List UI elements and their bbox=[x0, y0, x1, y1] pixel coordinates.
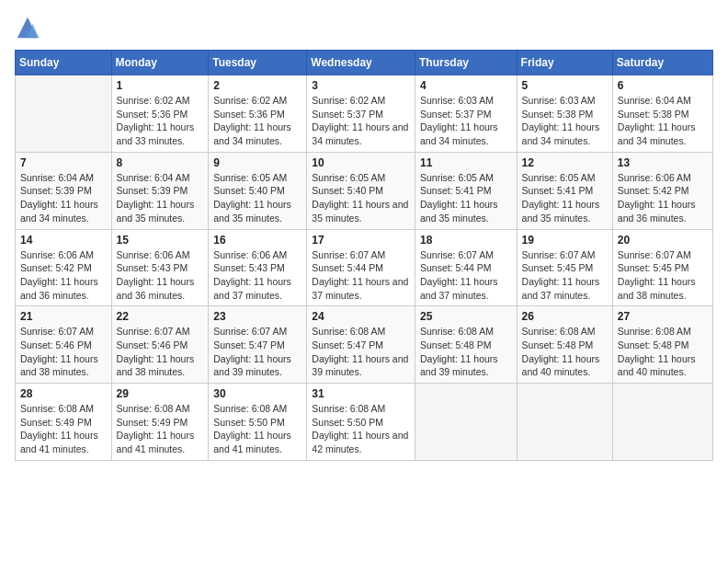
day-info: Sunrise: 6:07 AMSunset: 5:44 PMDaylight:… bbox=[420, 248, 512, 303]
calendar-cell bbox=[415, 384, 517, 461]
day-number: 8 bbox=[117, 156, 204, 169]
calendar-cell: 4 Sunrise: 6:03 AMSunset: 5:37 PMDayligh… bbox=[415, 75, 517, 153]
calendar-cell: 26 Sunrise: 6:08 AMSunset: 5:48 PMDaylig… bbox=[517, 306, 612, 384]
day-number: 21 bbox=[20, 310, 107, 323]
day-number: 16 bbox=[213, 234, 301, 247]
calendar-cell: 3 Sunrise: 6:02 AMSunset: 5:37 PMDayligh… bbox=[307, 75, 415, 153]
calendar-header-row: SundayMondayTuesdayWednesdayThursdayFrid… bbox=[16, 51, 713, 75]
day-info: Sunrise: 6:08 AMSunset: 5:48 PMDaylight:… bbox=[618, 325, 708, 379]
calendar-cell: 27 Sunrise: 6:08 AMSunset: 5:48 PMDaylig… bbox=[612, 306, 712, 384]
day-info: Sunrise: 6:08 AMSunset: 5:50 PMDaylight:… bbox=[213, 402, 301, 456]
day-info: Sunrise: 6:08 AMSunset: 5:47 PMDaylight:… bbox=[312, 325, 410, 379]
calendar-cell: 21 Sunrise: 6:07 AMSunset: 5:46 PMDaylig… bbox=[16, 306, 112, 384]
calendar-cell: 5 Sunrise: 6:03 AMSunset: 5:38 PMDayligh… bbox=[517, 75, 612, 153]
calendar-cell bbox=[517, 384, 612, 461]
day-number: 22 bbox=[117, 310, 204, 323]
calendar-cell: 30 Sunrise: 6:08 AMSunset: 5:50 PMDaylig… bbox=[209, 384, 307, 461]
day-of-week-header: Sunday bbox=[16, 51, 112, 75]
calendar-cell: 14 Sunrise: 6:06 AMSunset: 5:42 PMDaylig… bbox=[16, 229, 112, 306]
calendar-cell: 16 Sunrise: 6:06 AMSunset: 5:43 PMDaylig… bbox=[209, 229, 307, 306]
calendar-cell: 22 Sunrise: 6:07 AMSunset: 5:46 PMDaylig… bbox=[111, 306, 209, 384]
day-info: Sunrise: 6:02 AMSunset: 5:37 PMDaylight:… bbox=[312, 94, 410, 148]
day-number: 4 bbox=[420, 79, 512, 92]
day-info: Sunrise: 6:03 AMSunset: 5:37 PMDaylight:… bbox=[420, 94, 512, 148]
day-of-week-header: Saturday bbox=[612, 51, 712, 75]
calendar-cell: 24 Sunrise: 6:08 AMSunset: 5:47 PMDaylig… bbox=[307, 306, 415, 384]
calendar-cell: 17 Sunrise: 6:07 AMSunset: 5:44 PMDaylig… bbox=[307, 229, 415, 306]
calendar-cell: 1 Sunrise: 6:02 AMSunset: 5:36 PMDayligh… bbox=[111, 75, 209, 153]
calendar-cell bbox=[16, 75, 112, 153]
day-info: Sunrise: 6:05 AMSunset: 5:40 PMDaylight:… bbox=[312, 171, 410, 225]
day-info: Sunrise: 6:08 AMSunset: 5:48 PMDaylight:… bbox=[522, 325, 608, 379]
day-number: 28 bbox=[20, 387, 107, 400]
day-info: Sunrise: 6:07 AMSunset: 5:44 PMDaylight:… bbox=[312, 248, 410, 303]
day-of-week-header: Monday bbox=[111, 51, 209, 75]
day-number: 11 bbox=[420, 156, 512, 169]
day-number: 20 bbox=[618, 234, 708, 247]
day-of-week-header: Thursday bbox=[415, 51, 517, 75]
calendar-cell: 20 Sunrise: 6:07 AMSunset: 5:45 PMDaylig… bbox=[612, 229, 712, 306]
calendar-cell: 29 Sunrise: 6:08 AMSunset: 5:49 PMDaylig… bbox=[111, 384, 209, 461]
day-of-week-header: Friday bbox=[517, 51, 612, 75]
day-of-week-header: Tuesday bbox=[209, 51, 307, 75]
calendar-week-row: 28 Sunrise: 6:08 AMSunset: 5:49 PMDaylig… bbox=[16, 384, 713, 461]
day-number: 13 bbox=[618, 156, 708, 169]
day-info: Sunrise: 6:05 AMSunset: 5:41 PMDaylight:… bbox=[420, 171, 512, 225]
day-of-week-header: Wednesday bbox=[307, 51, 415, 75]
day-number: 23 bbox=[213, 310, 301, 323]
calendar-cell: 23 Sunrise: 6:07 AMSunset: 5:47 PMDaylig… bbox=[209, 306, 307, 384]
day-number: 2 bbox=[213, 79, 301, 92]
day-info: Sunrise: 6:03 AMSunset: 5:38 PMDaylight:… bbox=[522, 94, 608, 148]
day-info: Sunrise: 6:08 AMSunset: 5:49 PMDaylight:… bbox=[20, 402, 107, 456]
day-info: Sunrise: 6:07 AMSunset: 5:46 PMDaylight:… bbox=[20, 325, 107, 379]
day-number: 31 bbox=[312, 387, 410, 400]
calendar-cell: 7 Sunrise: 6:04 AMSunset: 5:39 PMDayligh… bbox=[16, 152, 112, 229]
day-info: Sunrise: 6:06 AMSunset: 5:42 PMDaylight:… bbox=[618, 171, 708, 225]
day-number: 9 bbox=[213, 156, 301, 169]
day-number: 24 bbox=[312, 310, 410, 323]
page-header bbox=[15, 15, 713, 40]
day-info: Sunrise: 6:04 AMSunset: 5:39 PMDaylight:… bbox=[20, 171, 107, 225]
calendar-week-row: 7 Sunrise: 6:04 AMSunset: 5:39 PMDayligh… bbox=[16, 152, 713, 229]
logo bbox=[15, 15, 44, 40]
day-info: Sunrise: 6:08 AMSunset: 5:50 PMDaylight:… bbox=[312, 402, 410, 456]
logo-icon bbox=[15, 15, 40, 40]
calendar-cell: 8 Sunrise: 6:04 AMSunset: 5:39 PMDayligh… bbox=[111, 152, 209, 229]
calendar-cell: 25 Sunrise: 6:08 AMSunset: 5:48 PMDaylig… bbox=[415, 306, 517, 384]
day-info: Sunrise: 6:07 AMSunset: 5:45 PMDaylight:… bbox=[522, 248, 608, 303]
day-info: Sunrise: 6:05 AMSunset: 5:41 PMDaylight:… bbox=[522, 171, 608, 225]
day-number: 25 bbox=[420, 310, 512, 323]
day-info: Sunrise: 6:07 AMSunset: 5:46 PMDaylight:… bbox=[117, 325, 204, 379]
calendar-cell: 2 Sunrise: 6:02 AMSunset: 5:36 PMDayligh… bbox=[209, 75, 307, 153]
calendar-cell: 19 Sunrise: 6:07 AMSunset: 5:45 PMDaylig… bbox=[517, 229, 612, 306]
calendar-week-row: 14 Sunrise: 6:06 AMSunset: 5:42 PMDaylig… bbox=[16, 229, 713, 306]
calendar-cell: 15 Sunrise: 6:06 AMSunset: 5:43 PMDaylig… bbox=[111, 229, 209, 306]
day-number: 1 bbox=[117, 79, 204, 92]
day-number: 7 bbox=[20, 156, 107, 169]
calendar-table: SundayMondayTuesdayWednesdayThursdayFrid… bbox=[15, 50, 713, 461]
day-number: 19 bbox=[522, 234, 608, 247]
day-number: 17 bbox=[312, 234, 410, 247]
day-info: Sunrise: 6:08 AMSunset: 5:49 PMDaylight:… bbox=[117, 402, 204, 456]
day-number: 3 bbox=[312, 79, 410, 92]
day-info: Sunrise: 6:08 AMSunset: 5:48 PMDaylight:… bbox=[420, 325, 512, 379]
day-number: 18 bbox=[420, 234, 512, 247]
calendar-cell: 6 Sunrise: 6:04 AMSunset: 5:38 PMDayligh… bbox=[612, 75, 712, 153]
day-number: 27 bbox=[618, 310, 708, 323]
calendar-cell: 28 Sunrise: 6:08 AMSunset: 5:49 PMDaylig… bbox=[16, 384, 112, 461]
day-number: 15 bbox=[117, 234, 204, 247]
calendar-cell: 11 Sunrise: 6:05 AMSunset: 5:41 PMDaylig… bbox=[415, 152, 517, 229]
day-number: 12 bbox=[522, 156, 608, 169]
day-info: Sunrise: 6:07 AMSunset: 5:47 PMDaylight:… bbox=[213, 325, 301, 379]
day-info: Sunrise: 6:07 AMSunset: 5:45 PMDaylight:… bbox=[618, 248, 708, 303]
day-info: Sunrise: 6:06 AMSunset: 5:42 PMDaylight:… bbox=[20, 248, 107, 303]
calendar-cell: 9 Sunrise: 6:05 AMSunset: 5:40 PMDayligh… bbox=[209, 152, 307, 229]
day-number: 26 bbox=[522, 310, 608, 323]
day-info: Sunrise: 6:06 AMSunset: 5:43 PMDaylight:… bbox=[117, 248, 204, 303]
day-info: Sunrise: 6:04 AMSunset: 5:39 PMDaylight:… bbox=[117, 171, 204, 225]
calendar-cell bbox=[612, 384, 712, 461]
day-number: 14 bbox=[20, 234, 107, 247]
day-info: Sunrise: 6:02 AMSunset: 5:36 PMDaylight:… bbox=[117, 94, 204, 148]
calendar-cell: 13 Sunrise: 6:06 AMSunset: 5:42 PMDaylig… bbox=[612, 152, 712, 229]
day-info: Sunrise: 6:02 AMSunset: 5:36 PMDaylight:… bbox=[213, 94, 301, 148]
